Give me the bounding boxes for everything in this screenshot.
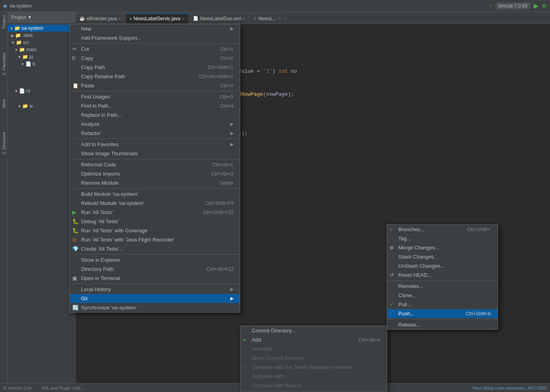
sidebar-tab-project[interactable]: Project <box>2 15 6 29</box>
menu-item-open-terminal[interactable]: ▣ Open in Terminal <box>70 274 240 283</box>
menu-item-directory-path[interactable]: Directory Path Ctrl+Alt+F12 <box>70 265 240 274</box>
menu-label: Copy <box>81 55 93 61</box>
menu-item-show-in-explorer[interactable]: Show in Explorer <box>70 255 240 265</box>
menu-item-cut[interactable]: ✂ Cut Ctrl+X <box>70 44 240 54</box>
menu-item-reset-head[interactable]: ↺ Reset HEAD... <box>387 270 498 280</box>
menu-item-new[interactable]: New ▶ <box>70 24 240 33</box>
folder-icon: 📄 <box>25 61 31 67</box>
tab-close[interactable]: × <box>243 16 245 21</box>
menu-item-remove-module[interactable]: Remove Module Delete <box>70 178 240 187</box>
tree-item-re[interactable]: ▼ 📄 re <box>8 87 75 95</box>
menu-item-paste[interactable]: 📋 Paste Ctrl+V <box>70 81 240 90</box>
sidebar-tab-favorites[interactable]: 2: Favorites <box>2 52 6 75</box>
submenu-arrow: ▶ <box>230 287 234 292</box>
git-icon: ⑂ <box>489 3 492 9</box>
menu-item-run-with-coverage[interactable]: 🐛 Run 'All Tests' with Coverage <box>70 226 240 235</box>
submenu-arrow: ▶ <box>230 142 234 147</box>
menu-item-run-all-tests[interactable]: ▶ Run 'All Tests' Ctrl+Shift+F10 <box>70 208 240 217</box>
menu-item-stash-changes[interactable]: Stash Changes... <box>387 252 498 261</box>
menu-item-reformat-code[interactable]: Reformat Code Ctrl+Alt+L <box>70 160 240 169</box>
tree-label: w <box>29 103 33 109</box>
menu-shortcut: Ctrl+Shift+K <box>465 311 491 317</box>
tab-close[interactable]: × <box>182 16 184 21</box>
status-link-text[interactable]: https://blog.csdn.net/weixin_46073005 <box>473 386 547 390</box>
run-icon: ▶ <box>72 209 76 215</box>
menu-item-commit-directory[interactable]: Commit Directory... <box>241 326 387 335</box>
menu-shortcut: Ctrl+Alt+O <box>211 171 234 177</box>
menu-item-unstash-changes[interactable]: UnStash Changes... <box>387 261 498 270</box>
menu-item-run-with-jfr[interactable]: ◎ Run 'All Tests' with 'Java Flight Reco… <box>70 235 240 244</box>
menu-label: Clone... <box>398 292 416 298</box>
menu-shortcut: Delete <box>220 180 234 186</box>
menu-item-synchronize[interactable]: 🔄 Synchronize 'oa-system' <box>70 303 240 312</box>
menu-item-optimize-imports[interactable]: Optimize Imports Ctrl+Alt+O <box>70 169 240 178</box>
menu-item-add-framework[interactable]: Add Framework Support... <box>70 33 240 42</box>
menu-label: Add to Favorites <box>81 141 119 147</box>
menu-item-copy-relative-path[interactable]: Copy Relative Path Ctrl+Alt+Shift+C <box>70 72 240 81</box>
submenu-arrow: ▶ <box>230 122 234 127</box>
tree-item-w[interactable]: ▼ 📁 w <box>8 102 75 110</box>
submenu-arrow: ▶ <box>230 26 234 31</box>
sync-icon: 🔄 <box>72 305 79 311</box>
status-ide-plugin[interactable]: IDE and Plugin Upd... <box>42 386 84 390</box>
tree-item-src[interactable]: ▼ 📁 src <box>8 39 75 46</box>
menu-item-local-history[interactable]: Local History ▶ <box>70 285 240 294</box>
menu-item-refactor[interactable]: Refactor ▶ <box>70 129 240 138</box>
menu-item-pull[interactable]: ✓ Pull... <box>387 300 498 309</box>
menu-item-replace-in-path[interactable]: Replace in Path... <box>70 110 240 120</box>
tree-label: .idea <box>22 33 33 38</box>
menu-divider <box>70 91 240 91</box>
menu-item-copy[interactable]: ⎘ Copy Ctrl+C <box>70 54 240 63</box>
menu-item-git[interactable]: Git ▶ <box>70 294 240 303</box>
menu-item-show-image-thumbnails[interactable]: Show Image Thumbnails <box>70 149 240 158</box>
status-version-control[interactable]: 9: Version Con... <box>3 386 35 390</box>
menu-item-rebase[interactable]: Rebase... <box>387 320 498 329</box>
tab-close[interactable]: × <box>118 16 121 21</box>
tree-item-idea[interactable]: ▶ 📁 .idea <box>8 32 75 39</box>
tree-item-ja[interactable]: ▼ 📁 ja <box>8 53 75 60</box>
settings-icon[interactable]: ⚙ <box>542 3 547 9</box>
menu-item-clone[interactable]: Clone... <box>387 291 498 300</box>
menu-item-find-usages[interactable]: Find Usages Ctrl+G <box>70 92 240 101</box>
menu-item-push[interactable]: ↑ Push... Ctrl+Shift+K <box>387 309 498 318</box>
menu-item-create-all-tests[interactable]: 💎 Create 'All Tests'... <box>70 244 240 253</box>
project-label: Project ▼ <box>11 15 32 20</box>
tab-newsl[interactable]: C NewsL... × <box>249 13 285 23</box>
menu-item-analyze[interactable]: Analyze ▶ <box>70 120 240 129</box>
menu-shortcut: Ctrl+Alt+F12 <box>207 266 234 272</box>
menu-item-build-module[interactable]: Build Module 'oa-system' <box>70 189 240 199</box>
run-button[interactable]: ▶ <box>534 2 538 10</box>
menu-item-add-favorites[interactable]: Add to Favorites ▶ <box>70 140 240 149</box>
project-panel: Project ▼ ▼ 📁 oa-system ▶ 📁 .idea ▼ 📁 sr… <box>8 12 75 392</box>
menu-item-merge-changes[interactable]: ⊕ Merge Changes... <box>387 243 498 252</box>
menu-label: Annotate <box>252 346 272 352</box>
menu-item-copy-path[interactable]: Copy Path Ctrl+Shift+C <box>70 63 240 72</box>
tab-newslabelservic[interactable]: ● NewsLabelServic.java × <box>125 13 189 23</box>
menu-item-find-in-path[interactable]: Find in Path... Ctrl+H <box>70 101 240 110</box>
tree-item-main[interactable]: ▼ 📁 main <box>8 46 75 53</box>
tab-ellhander[interactable]: ☕ ellHander.java × <box>75 13 125 23</box>
tree-label: oa-system <box>21 25 43 31</box>
menu-item-debug-all-tests[interactable]: 🐛 Debug 'All Tests' <box>70 217 240 226</box>
menu-item-rebuild-module[interactable]: Rebuild Module 'oa-system' Ctrl+Shift+F9 <box>70 199 240 208</box>
tomcat-selector[interactable]: tomcat-7.0.93 <box>495 2 531 10</box>
menu-item-compare-with: Compare with... <box>241 372 387 381</box>
menu-label: Optimize Imports <box>81 171 120 177</box>
menu-item-remotes[interactable]: Remotes... <box>387 282 498 291</box>
sidebar-tab-web[interactable]: Web <box>2 99 6 108</box>
status-link[interactable]: https://blog.csdn.net/weixin_46073005 <box>473 386 547 390</box>
menu-label: Merge Changes... <box>398 245 439 251</box>
menu-item-tag[interactable]: Tag... <box>387 234 498 243</box>
menu-item-annotate: Annotate <box>241 344 387 353</box>
menu-label: Find Usages <box>81 94 110 100</box>
menu-divider <box>70 284 240 284</box>
sidebar-tab-structure[interactable]: 2: Structure <box>2 132 6 154</box>
tab-close[interactable]: × <box>278 16 281 21</box>
tab-newslabeldao[interactable]: 📄 NewsLabelDao.xml × <box>189 13 250 23</box>
tree-item-oa-system[interactable]: ▼ 📁 oa-system <box>8 25 75 32</box>
push-icon: ↑ <box>390 311 392 317</box>
tree-item-b[interactable]: ▼ 📄 b <box>8 60 75 68</box>
menu-shortcut: Ctrl+H <box>220 103 234 109</box>
menu-item-add[interactable]: + Add Ctrl+Alt+A <box>241 335 387 344</box>
menu-item-branches[interactable]: ⑂ Branches... Ctrl+Shift+` <box>387 225 498 234</box>
